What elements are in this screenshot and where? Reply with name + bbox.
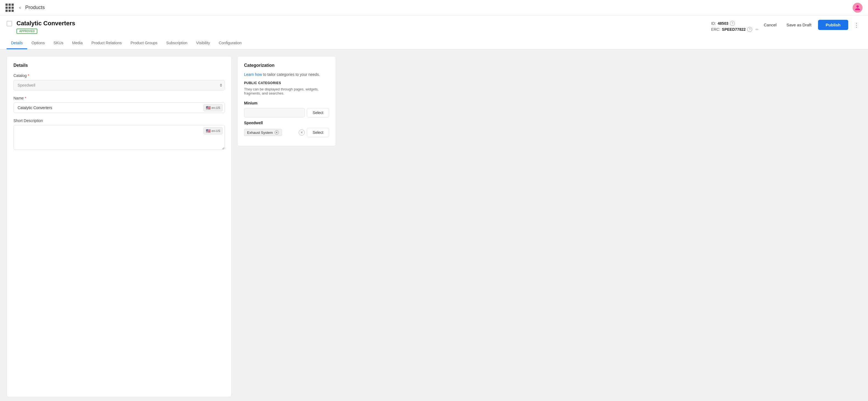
tab-visibility[interactable]: Visibility [192, 37, 214, 49]
main-content: Details Catalog * Speedwell Name * [0, 50, 868, 401]
id-label: ID: [711, 21, 716, 26]
details-panel: Details Catalog * Speedwell Name * [7, 56, 232, 397]
status-badge: APPROVED [17, 29, 37, 34]
exhaust-system-tag: Exhaust System ✕ [244, 129, 282, 136]
publish-button[interactable]: Publish [818, 20, 848, 30]
speedwell-section-title: Speedwell [244, 121, 329, 125]
tab-options[interactable]: Options [27, 37, 49, 49]
minium-section-title: Minium [244, 101, 329, 105]
speedwell-select-button[interactable]: Select [307, 128, 329, 137]
id-help-icon[interactable]: ? [730, 21, 735, 26]
name-input[interactable] [13, 103, 225, 113]
tab-subscription[interactable]: Subscription [162, 37, 192, 49]
tab-media[interactable]: Media [68, 37, 87, 49]
product-header: Catalytic Converters APPROVED ID: 48503 … [0, 16, 868, 50]
product-info: Catalytic Converters APPROVED [17, 20, 704, 34]
short-description-input[interactable] [13, 125, 225, 150]
id-value: 48503 [718, 21, 728, 26]
short-description-field: Short Description 🇺🇸 en-US [13, 118, 225, 151]
select-checkbox[interactable] [7, 21, 12, 26]
product-meta: ID: 48503 ? ERC: SPEED77822 ? ✏ [711, 20, 761, 33]
minium-select-button[interactable]: Select [307, 108, 329, 117]
catalog-select-wrapper: Speedwell [13, 80, 225, 90]
catalog-field: Catalog * Speedwell [13, 74, 225, 90]
name-locale-badge: 🇺🇸 en-US [204, 104, 223, 111]
more-options-button[interactable]: ⋮ [851, 21, 861, 29]
short-description-wrapper: 🇺🇸 en-US [13, 125, 225, 151]
name-label: Name * [13, 96, 225, 100]
back-button[interactable]: ‹ [18, 4, 22, 11]
remove-all-icon[interactable]: ✕ [299, 130, 305, 136]
cancel-button[interactable]: Cancel [761, 20, 780, 29]
tab-configuration[interactable]: Configuration [214, 37, 246, 49]
catalog-select[interactable]: Speedwell [13, 80, 225, 90]
header-actions: Cancel Save as Draft Publish ⋮ [761, 20, 861, 30]
catalog-label: Catalog * [13, 74, 225, 78]
us-flag-icon: 🇺🇸 [206, 106, 211, 110]
exhaust-system-remove-icon[interactable]: ✕ [275, 130, 279, 135]
categorization-panel: Categorization Learn how to tailor categ… [237, 56, 336, 146]
categorization-title: Categorization [244, 63, 329, 68]
erc-value: SPEED77822 [722, 27, 746, 32]
tab-skus[interactable]: SKUs [49, 37, 68, 49]
name-required: * [25, 96, 26, 100]
apps-icon[interactable] [5, 4, 14, 12]
erc-help-icon[interactable]: ? [747, 27, 752, 32]
erc-edit-icon[interactable]: ✏ [755, 27, 759, 32]
save-draft-button[interactable]: Save as Draft [783, 20, 815, 29]
public-categories-desc: They can be displayed through pages, wid… [244, 87, 329, 95]
tab-bar: Details Options SKUs Media Product Relat… [7, 37, 861, 49]
minium-input[interactable] [244, 108, 305, 117]
erc-label: ERC: [711, 27, 720, 32]
speedwell-tag-row: Exhaust System ✕ ✕ Select [244, 128, 329, 137]
short-description-label: Short Description [13, 118, 225, 123]
top-nav: ‹ Products [0, 0, 868, 16]
us-flag-desc-icon: 🇺🇸 [206, 128, 211, 133]
catalog-required: * [28, 74, 29, 78]
short-description-locale-badge: 🇺🇸 en-US [204, 127, 223, 135]
learn-how-link[interactable]: Learn how [244, 72, 262, 77]
details-panel-title: Details [13, 63, 225, 68]
public-categories-label: PUBLIC CATEGORIES [244, 81, 329, 85]
name-field: Name * 🇺🇸 en-US [13, 96, 225, 113]
page-title: Products [25, 5, 45, 10]
minium-input-row: Select [244, 108, 329, 117]
name-input-wrapper: 🇺🇸 en-US [13, 103, 225, 113]
product-name: Catalytic Converters [17, 20, 704, 27]
tab-details[interactable]: Details [7, 37, 27, 49]
user-avatar[interactable] [852, 3, 863, 12]
tab-product-relations[interactable]: Product Relations [87, 37, 126, 49]
tab-product-groups[interactable]: Product Groups [126, 37, 162, 49]
categorization-description: Learn how to tailor categories to your n… [244, 72, 329, 77]
